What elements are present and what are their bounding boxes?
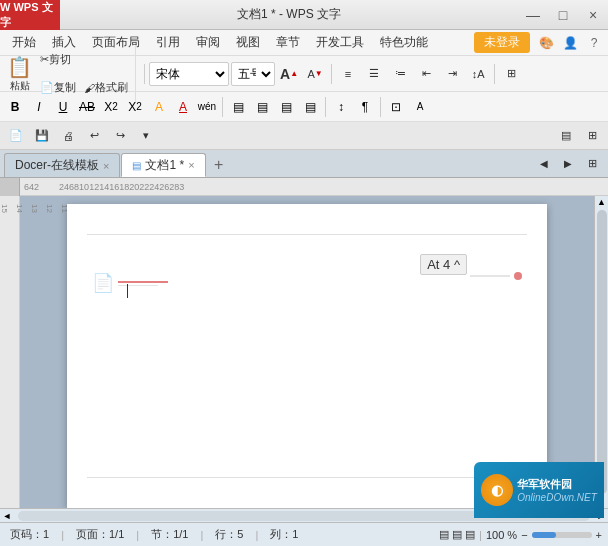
gray-line-2 <box>470 275 510 277</box>
italic-button[interactable]: I <box>28 96 50 118</box>
title-bar: W WPS 文字 文档1 * - WPS 文字 — □ × <box>0 0 608 30</box>
align-right-button[interactable]: ▤ <box>275 96 297 118</box>
subscript-button[interactable]: X2 <box>124 96 146 118</box>
bold-button[interactable]: B <box>4 96 26 118</box>
minimize-button[interactable]: — <box>518 0 548 30</box>
new-tab-button[interactable]: + <box>207 153 231 177</box>
font-color-button[interactable]: A <box>172 96 194 118</box>
zoom-level: 100 % <box>486 529 517 541</box>
font-size-select[interactable]: 五号 <box>231 62 275 86</box>
ruler-mark: 28 <box>169 182 179 192</box>
tab-expand[interactable]: ⊞ <box>580 149 604 177</box>
scroll-up-button[interactable]: ▲ <box>596 196 608 208</box>
tab-doc1-close[interactable]: × <box>188 159 194 171</box>
layout-btn1[interactable]: ▤ <box>439 528 449 541</box>
logo-top: ◐ 华军软件园 OnlineDOwn.NET <box>481 474 594 506</box>
decrease-font-button[interactable]: A ▼ <box>303 60 327 88</box>
numbering-button[interactable]: ≔ <box>388 60 412 88</box>
bullets-button[interactable]: ☰ <box>362 60 386 88</box>
ruler-mark: 16 <box>109 182 119 192</box>
menu-references[interactable]: 引用 <box>148 32 188 53</box>
align-center-button[interactable]: ▤ <box>251 96 273 118</box>
menu-special[interactable]: 特色功能 <box>372 32 436 53</box>
justify-button[interactable]: ▤ <box>299 96 321 118</box>
separator3 <box>494 64 495 84</box>
tab-docer-close[interactable]: × <box>103 160 109 172</box>
underline-button[interactable]: U <box>52 96 74 118</box>
vertical-ruler: 1 2 3 4 5 6 7 8 9 10 11 12 13 14 15 <box>0 196 20 508</box>
zoom-increase[interactable]: + <box>596 529 602 541</box>
font-select[interactable]: 宋体 <box>149 62 229 86</box>
sort-button[interactable]: ↕A <box>466 60 490 88</box>
v-mark: 13 <box>30 204 39 213</box>
phonetic-button[interactable]: wén <box>196 96 218 118</box>
new-button[interactable]: 📄 <box>4 122 28 150</box>
col-info: 列：1 <box>266 527 302 542</box>
superscript-button[interactable]: X2 <box>100 96 122 118</box>
align-left-button[interactable]: ▤ <box>227 96 249 118</box>
help-icon[interactable]: ? <box>584 33 604 53</box>
skin-icon[interactable]: 🎨 <box>536 33 556 53</box>
close-button[interactable]: × <box>578 0 608 30</box>
status-sep4: | <box>255 529 258 541</box>
tab-scroll-left[interactable]: ◀ <box>532 149 556 177</box>
status-sep5: | <box>479 529 482 541</box>
menu-chapter[interactable]: 章节 <box>268 32 308 53</box>
v-mark: 12 <box>45 204 54 213</box>
page-number: 页码：1 <box>6 527 53 542</box>
logo-text-area: 华军软件园 OnlineDOwn.NET <box>517 477 594 503</box>
main-area: 1 2 3 4 5 6 7 8 9 10 11 12 13 14 15 📄 <box>0 196 608 508</box>
print-button[interactable]: 🖨 <box>56 122 80 150</box>
document-page[interactable]: 📄 At 4 ^ <box>67 204 547 508</box>
layout-btn3[interactable]: ▤ <box>465 528 475 541</box>
expand-button[interactable]: ⊞ <box>580 122 604 150</box>
zoom-decrease[interactable]: − <box>521 529 527 541</box>
save-button[interactable]: 💾 <box>30 122 54 150</box>
more-button[interactable]: ▾ <box>134 122 158 150</box>
layout-btn2[interactable]: ▤ <box>452 528 462 541</box>
increase-font-button[interactable]: A ▲ <box>277 60 301 88</box>
paragraph-button[interactable]: ¶ <box>354 96 376 118</box>
line-spacing-button[interactable]: ≡ <box>336 60 360 88</box>
line-height-button[interactable]: ↕ <box>330 96 352 118</box>
ruler-left <box>0 178 20 196</box>
tab-scroll-right[interactable]: ▶ <box>556 149 580 177</box>
strikethrough-button[interactable]: AB <box>76 96 98 118</box>
increase-indent-button[interactable]: ⇥ <box>440 60 464 88</box>
highlight-button[interactable]: A <box>148 96 170 118</box>
scroll-track[interactable] <box>597 210 607 494</box>
paste-button[interactable]: 📋 粘贴 <box>4 60 35 88</box>
text-cursor-area[interactable] <box>127 284 128 301</box>
hscroll-left-button[interactable]: ◄ <box>0 511 14 521</box>
zoom-bar[interactable] <box>532 532 592 538</box>
undo-button[interactable]: ↩ <box>82 122 106 150</box>
border-button[interactable]: ⊡ <box>385 96 407 118</box>
separator6 <box>380 97 381 117</box>
table-button[interactable]: ⊞ <box>499 60 523 88</box>
tab-doc1[interactable]: ▤ 文档1 * × <box>121 153 205 177</box>
decrease-indent-button[interactable]: ⇤ <box>414 60 438 88</box>
clipboard-row1: ✂ 剪切 <box>37 46 131 74</box>
header-line <box>87 234 527 235</box>
canvas-area[interactable]: 📄 At 4 ^ <box>20 196 594 508</box>
separator2 <box>331 64 332 84</box>
wps-logo-text: W WPS 文字 <box>0 0 60 30</box>
shading-button[interactable]: A <box>409 96 431 118</box>
account-icon[interactable]: 👤 <box>560 33 580 53</box>
format-painter-label: 格式刷 <box>95 80 128 95</box>
view-toggle[interactable]: ▤ <box>554 122 578 150</box>
menu-view[interactable]: 视图 <box>228 32 268 53</box>
menu-review[interactable]: 审阅 <box>188 32 228 53</box>
left-deco: 📄 <box>92 272 168 294</box>
login-button[interactable]: 未登录 <box>474 32 530 53</box>
status-sep3: | <box>200 529 203 541</box>
right-deco <box>470 272 522 280</box>
cut-button[interactable]: ✂ 剪切 <box>37 46 74 74</box>
tab-docer[interactable]: Docer-在线模板 × <box>4 153 120 177</box>
separator1 <box>144 64 145 84</box>
maximize-button[interactable]: □ <box>548 0 578 30</box>
window-controls: — □ × <box>518 0 608 30</box>
increase-font-icon: A <box>280 66 290 82</box>
redo-button[interactable]: ↪ <box>108 122 132 150</box>
menu-devtools[interactable]: 开发工具 <box>308 32 372 53</box>
